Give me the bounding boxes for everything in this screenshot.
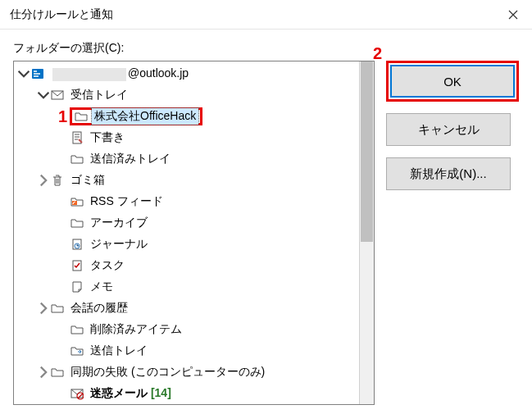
trash-icon	[50, 173, 65, 188]
tree-archive[interactable]: アーカイブ	[14, 212, 374, 234]
chevron-right-icon[interactable]	[37, 302, 50, 315]
junk-label: 迷惑メール [14]	[88, 385, 174, 402]
scrollbar[interactable]	[359, 61, 374, 404]
drafts-label: 下書き	[88, 130, 127, 146]
tree-notes[interactable]: メモ	[14, 276, 374, 298]
chevron-down-icon[interactable]	[37, 89, 50, 102]
chevron-right-icon[interactable]	[37, 174, 50, 187]
folder-tree[interactable]: @outlook.jp 受信トレイ 1	[13, 61, 375, 405]
tree-syncfail[interactable]: 同期の失敗 (このコンピューターのみ)	[14, 362, 374, 383]
account-label: @outlook.jp	[48, 66, 191, 81]
deleted-label: 削除済みアイテム	[88, 321, 184, 338]
folder-select-label: フォルダーの選択(C):	[13, 41, 519, 56]
folder-icon	[70, 152, 84, 166]
archive-label: アーカイブ	[88, 215, 150, 231]
annotation-1: 1	[58, 107, 67, 126]
rss-label: RSS フィード	[88, 193, 166, 210]
chevron-down-icon[interactable]	[17, 67, 30, 80]
annotation-2: 2	[373, 44, 382, 63]
exchange-icon	[30, 66, 45, 81]
note-icon	[70, 280, 84, 294]
close-icon	[508, 10, 518, 20]
scrollbar-thumb[interactable]	[361, 61, 373, 242]
tree-inbox[interactable]: 受信トレイ	[14, 84, 374, 106]
tree-tasks[interactable]: タスク	[14, 255, 374, 276]
task-icon	[70, 258, 84, 273]
tree-outbox[interactable]: 送信トレイ	[14, 340, 374, 362]
tree-conversation[interactable]: 会話の履歴	[14, 298, 374, 319]
tree-journal[interactable]: ジャーナル	[14, 234, 374, 255]
sent-label: 送信済みトレイ	[88, 151, 173, 167]
notes-label: メモ	[88, 279, 116, 295]
tree-junk[interactable]: 迷惑メール [14]	[14, 383, 374, 404]
folder-icon	[74, 109, 89, 124]
cancel-button[interactable]: キャンセル	[386, 113, 511, 146]
folder-icon	[50, 301, 65, 316]
draft-icon	[70, 130, 84, 145]
trash-label: ゴミ箱	[68, 172, 107, 189]
redacted-text	[52, 68, 126, 81]
outbox-label: 送信トレイ	[88, 343, 150, 359]
tree-trash[interactable]: ゴミ箱	[14, 170, 374, 191]
window-title: 仕分けルールと通知	[10, 7, 113, 22]
tree-selected-folder[interactable]: 1 株式会社OfficeHack	[14, 106, 374, 127]
folder-icon	[70, 322, 84, 337]
junk-icon	[70, 386, 84, 401]
outbox-icon	[70, 343, 84, 358]
journal-icon	[70, 237, 84, 252]
selected-folder-label: 株式会社OfficeHack	[92, 108, 198, 125]
tree-drafts[interactable]: 下書き	[14, 127, 374, 148]
folder-icon	[50, 365, 65, 380]
conversation-label: 会話の履歴	[68, 300, 130, 316]
tasks-label: タスク	[88, 257, 127, 274]
rss-icon	[70, 194, 84, 209]
tree-sent[interactable]: 送信済みトレイ	[14, 148, 374, 170]
chevron-right-icon[interactable]	[37, 366, 50, 379]
close-button[interactable]	[494, 0, 532, 30]
tree-rss[interactable]: RSS フィード	[14, 191, 374, 212]
tree-account-root[interactable]: @outlook.jp	[14, 63, 374, 84]
journal-label: ジャーナル	[88, 236, 150, 252]
tree-deleted[interactable]: 削除済みアイテム	[14, 319, 374, 340]
inbox-label: 受信トレイ	[68, 87, 130, 103]
envelope-icon	[50, 88, 65, 102]
ok-button[interactable]: OK	[390, 65, 515, 98]
folder-icon	[70, 216, 84, 230]
new-button[interactable]: 新規作成(N)...	[386, 157, 511, 190]
syncfail-label: 同期の失敗 (このコンピューターのみ)	[68, 364, 267, 380]
